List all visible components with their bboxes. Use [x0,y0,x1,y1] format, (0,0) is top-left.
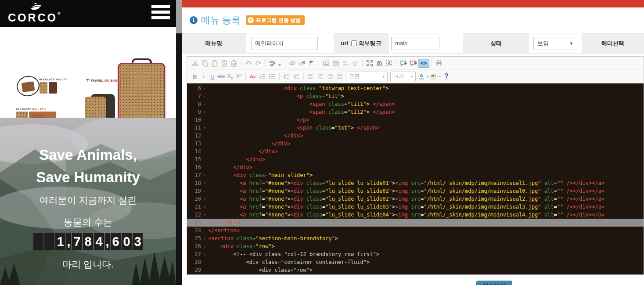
font-size-dropdown[interactable]: 크기▾ [390,72,416,81]
horizontal-line-icon[interactable] [341,58,350,68]
code-line[interactable]: 27▾<!-- <div class="col-12 brandstory_ro… [187,250,644,258]
paste-text-icon[interactable]: A [219,58,229,68]
code-line[interactable]: 21▾<a href="#none"><div class="lu_slide … [187,203,644,211]
numbered-list-icon[interactable]: 123 [258,72,267,81]
fold-arrow-icon[interactable]: ▾ [201,234,208,242]
copy-icon[interactable] [200,58,210,68]
bold-button[interactable]: B [191,73,199,80]
outdent-icon[interactable] [282,72,291,81]
scrollbar-thumb[interactable] [176,0,182,33]
underline-button[interactable]: U [208,73,217,80]
code-line[interactable]: 18▾<a href="#none"><div class="lu_slide … [187,179,644,187]
indent-icon[interactable] [291,72,301,81]
chevron-down-icon[interactable]: ▾ [439,75,441,79]
hero-caption: 마리 입니다. [0,258,176,271]
paste-icon[interactable] [210,58,219,68]
italic-button[interactable]: I [199,73,208,80]
fold-arrow-icon[interactable]: ▾ [201,195,208,203]
code-line[interactable]: 13</div> [187,140,644,148]
fold-arrow-icon[interactable]: ▾ [201,203,208,211]
image-icon[interactable] [321,58,331,68]
highlight-color-icon[interactable]: ab [429,72,439,81]
table-icon[interactable] [331,58,341,68]
program-link-help-button[interactable]: ? 프로그램 연동 방법 [246,15,305,25]
fold-arrow-icon[interactable]: ▾ [201,92,208,100]
status-select[interactable]: 보임▼ [533,37,577,50]
code-line[interactable]: 10</p> [187,116,644,124]
anchor-flag-icon[interactable] [307,58,317,68]
redo-icon[interactable] [253,58,263,68]
fold-arrow-icon[interactable]: ▾ [201,179,208,187]
menu-name-input[interactable] [251,37,318,50]
fold-arrow-icon[interactable]: ▾ [201,187,208,195]
code-line[interactable]: 11▾<span class="txt"> </span> [187,124,644,132]
align-center-icon[interactable] [316,72,325,81]
code-line[interactable]: 23</div> [187,219,644,227]
bulleted-list-icon[interactable] [267,72,277,81]
special-char-icon[interactable]: Ω [350,58,360,68]
code-line[interactable]: 20▾<a href="#none"><div class="lu_slide … [187,195,644,203]
text-color-icon[interactable]: A [417,72,427,81]
unlink-icon[interactable] [297,58,307,68]
preview-button[interactable]: 미리보기 [476,281,512,285]
code-line[interactable]: 29<div class="row"> [187,266,644,274]
hero-subtitle-line2: 동물의 수는 [0,216,176,228]
align-right-icon[interactable] [325,72,335,81]
spellcheck-icon[interactable]: ABC [268,58,283,68]
align-left-icon[interactable] [306,72,316,81]
code-line[interactable]: 24</section> [187,227,644,234]
fold-arrow-icon[interactable]: ▾ [201,250,208,258]
select-all-icon[interactable]: A [384,58,394,68]
remove-format-icon[interactable]: A [248,72,258,81]
fold-arrow-icon[interactable]: ▾ [201,100,208,108]
url-label: url [341,40,348,47]
cut-icon[interactable] [191,58,200,68]
code-line[interactable]: 7▾<p class="tit"> [187,92,644,100]
print-icon[interactable] [434,58,444,68]
code-line[interactable]: 9▾<span class="tit2"> </span> [187,108,644,116]
add-comment-icon[interactable] [399,58,408,68]
superscript-button[interactable]: X2 [234,73,243,79]
font-family-dropdown[interactable]: 글꼴▾ [346,72,388,81]
code-line[interactable]: 26▾<div class="row"> [187,242,644,250]
source-code-area[interactable]: 6▾<div class="txtwrap text-center">7▾<p … [187,83,644,274]
title-row: i 메뉴 등록 ? 프로그램 연동 방법 [182,7,644,33]
strikethrough-button[interactable]: abc [217,74,226,79]
code-line[interactable]: 30<div class="col-12 col-xl-5 text-brand… [187,274,644,274]
hero-subtitle-line1: 여러분이 지금까지 살린 [0,194,176,206]
source-code-button[interactable]: <> [418,59,429,68]
editor-help-button[interactable]: ? [444,72,449,80]
undo-icon[interactable] [244,58,253,68]
code-line[interactable]: 8▾<span class="tit1"> </span> [187,100,644,108]
fold-arrow-icon[interactable]: ▾ [201,84,208,92]
code-line[interactable]: 19▾<a href="#none"><div class="lu_slide … [187,187,644,195]
code-line[interactable]: 28<div class="container container-fluid"… [187,258,644,266]
link-icon[interactable] [288,58,297,68]
code-line[interactable]: 12</div> [187,132,644,140]
external-link-checkbox[interactable] [351,40,357,46]
code-line[interactable]: 22▾<a href="#none"><div class="lu_slide … [187,211,644,219]
code-line[interactable]: 16</div> [187,163,644,171]
fold-arrow-icon[interactable]: ▾ [201,124,208,132]
code-line[interactable]: 25▾<section class="section-main-brandsto… [187,234,644,242]
maximize-icon[interactable] [365,58,374,68]
code-line[interactable]: 17▾<div class="main_slider"> [187,171,644,179]
code-line[interactable]: 15</div> [187,155,644,163]
fold-arrow-icon[interactable]: ▾ [201,171,208,179]
counter-cell: , [66,233,71,250]
url-input[interactable] [391,37,439,50]
find-replace-icon[interactable] [374,58,384,68]
preview-scrollbar[interactable] [176,0,182,285]
subscript-button[interactable]: X2 [226,72,234,80]
fold-arrow-icon[interactable]: ▾ [201,242,208,250]
corco-logo[interactable]: CORCO® [8,4,65,24]
align-justify-icon[interactable] [335,72,345,81]
remove-comment-icon[interactable] [408,58,418,68]
counter-cell: , [105,233,110,250]
fold-arrow-icon[interactable]: ▾ [201,108,208,116]
code-line[interactable]: 6▾<div class="txtwrap text-center"> [187,84,644,92]
code-line[interactable]: 14</div> [187,148,644,155]
fold-arrow-icon[interactable]: ▾ [201,211,208,219]
hamburger-menu-icon[interactable] [151,5,170,22]
paste-word-icon[interactable]: W [229,58,239,68]
